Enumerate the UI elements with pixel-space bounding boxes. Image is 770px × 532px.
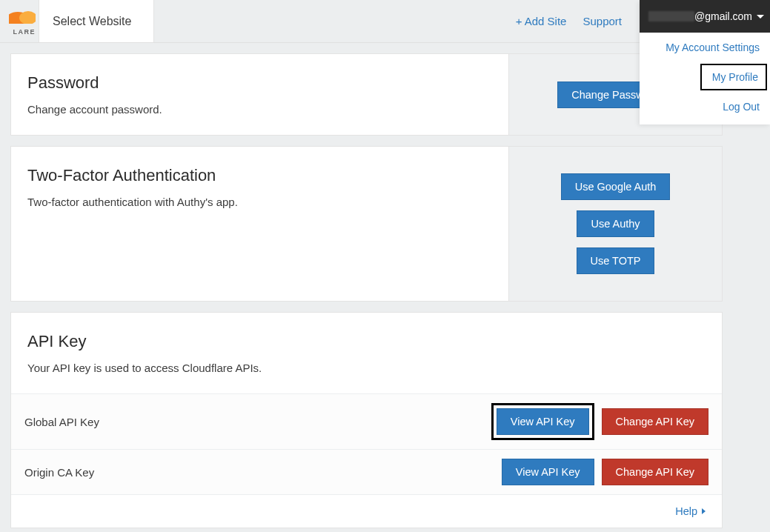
account-menu: @gmail.com My Account Settings My Profil…	[640, 0, 770, 124]
account-settings-label: My Account Settings	[666, 41, 760, 53]
api-help-link[interactable]: Help	[11, 494, 722, 528]
api-row-origin: Origin CA Key View API Key Change API Ke…	[11, 449, 722, 494]
twofa-title: Two-Factor Authentication	[27, 166, 492, 185]
api-row-origin-label: Origin CA Key	[24, 466, 94, 479]
view-global-api-key-highlight: View API Key	[491, 403, 594, 440]
api-key-desc: Your API key is used to access Cloudflar…	[27, 362, 706, 374]
change-global-api-key-label: Change API Key	[616, 416, 694, 428]
api-key-title: API Key	[27, 332, 706, 351]
change-global-api-key-button[interactable]: Change API Key	[602, 408, 708, 435]
api-row-global-label: Global API Key	[24, 416, 99, 428]
logo: LARE	[0, 0, 39, 42]
api-key-panel-body: API Key Your API key is used to access C…	[11, 313, 722, 393]
use-totp-label: Use TOTP	[591, 255, 641, 267]
use-google-auth-button[interactable]: Use Google Auth	[561, 173, 671, 200]
my-profile-link[interactable]: My Profile	[700, 64, 767, 90]
api-help-label: Help	[675, 505, 697, 517]
api-row-global: Global API Key View API Key Change API K…	[11, 393, 722, 449]
twofa-panel: Two-Factor Authentication Two-factor aut…	[10, 146, 723, 302]
password-desc: Change account password.	[27, 103, 492, 116]
api-row-origin-actions: View API Key Change API Key	[502, 459, 708, 485]
cloud-icon	[9, 7, 36, 24]
twofa-panel-actions: Use Google Auth Use Authy Use TOTP	[508, 147, 722, 301]
view-global-api-key-button[interactable]: View API Key	[497, 408, 589, 435]
api-row-global-actions: View API Key Change API Key	[491, 403, 708, 440]
password-title: Password	[27, 73, 492, 93]
use-authy-button[interactable]: Use Authy	[577, 210, 654, 237]
account-menu-toggle[interactable]: @gmail.com	[640, 0, 770, 33]
use-authy-label: Use Authy	[591, 218, 640, 230]
chevron-right-icon	[702, 508, 706, 514]
password-panel: Password Change account password. Change…	[10, 53, 723, 136]
twofa-panel-body: Two-Factor Authentication Two-factor aut…	[11, 147, 508, 301]
support-link[interactable]: Support	[583, 15, 622, 27]
password-panel-body: Password Change account password.	[11, 54, 508, 135]
view-origin-ca-key-label: View API Key	[516, 466, 580, 478]
account-email-suffix: @gmail.com	[694, 10, 752, 22]
account-email-obscured	[648, 11, 694, 21]
chevron-down-icon	[757, 15, 764, 19]
change-origin-ca-key-button[interactable]: Change API Key	[602, 459, 708, 485]
logo-text: LARE	[13, 28, 36, 36]
change-origin-ca-key-label: Change API Key	[616, 466, 694, 478]
twofa-desc: Two-factor authentication with Authy's a…	[27, 196, 492, 208]
view-global-api-key-label: View API Key	[511, 416, 575, 428]
use-totp-button[interactable]: Use TOTP	[577, 247, 655, 274]
use-google-auth-label: Use Google Auth	[575, 181, 657, 193]
select-website-label: Select Website	[53, 15, 131, 28]
account-settings-link[interactable]: My Account Settings	[640, 33, 770, 62]
logout-label: Log Out	[723, 101, 760, 113]
api-key-panel: API Key Your API key is used to access C…	[10, 312, 723, 528]
add-site-link[interactable]: + Add Site	[516, 15, 567, 27]
my-profile-label: My Profile	[712, 71, 758, 83]
select-website-dropdown[interactable]: Select Website	[39, 0, 154, 42]
logout-link[interactable]: Log Out	[640, 92, 770, 124]
view-origin-ca-key-button[interactable]: View API Key	[502, 459, 594, 485]
